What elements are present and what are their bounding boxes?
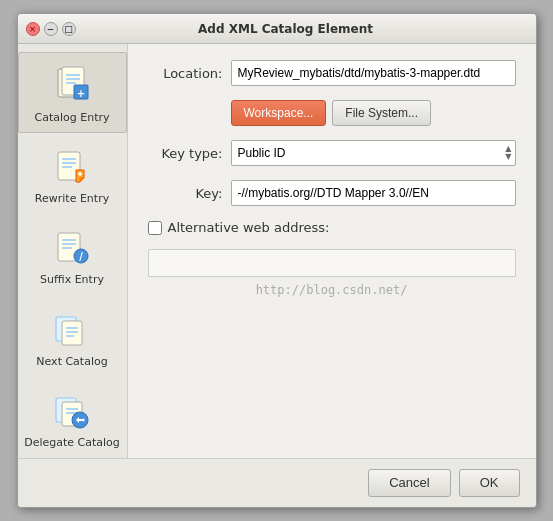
restore-icon: □ <box>64 24 73 34</box>
sidebar-item-next-catalog[interactable]: Next Catalog <box>18 296 127 377</box>
delegate-catalog-icon <box>48 386 96 434</box>
sidebar-label-catalog-entry: Catalog Entry <box>34 111 109 124</box>
next-catalog-icon <box>48 305 96 353</box>
location-input[interactable] <box>231 60 516 86</box>
alt-web-row: Alternative web address: <box>148 220 516 235</box>
suffix-entry-icon: / <box>48 223 96 271</box>
sidebar-item-delegate-catalog[interactable]: Delegate Catalog <box>18 377 127 458</box>
catalog-entry-icon: + <box>48 61 96 109</box>
dialog-title: Add XML Catalog Element <box>84 22 488 36</box>
alt-web-hint: http://blog.csdn.net/ <box>148 283 516 297</box>
filesystem-button[interactable]: File System... <box>332 100 431 126</box>
minimize-icon: − <box>47 24 55 34</box>
key-label: Key: <box>148 186 223 201</box>
restore-button[interactable]: □ <box>62 22 76 36</box>
sidebar-item-catalog-entry[interactable]: + Catalog Entry <box>18 52 127 133</box>
sidebar-label-next-catalog: Next Catalog <box>36 355 107 368</box>
svg-text:/: / <box>79 251 83 262</box>
title-bar: × − □ Add XML Catalog Element <box>18 14 536 44</box>
sidebar-label-suffix-entry: Suffix Entry <box>40 273 104 286</box>
sidebar-label-rewrite-entry: Rewrite Entry <box>35 192 109 205</box>
dialog-body: + Catalog Entry <box>18 44 536 458</box>
svg-rect-20 <box>62 321 82 345</box>
sidebar-item-rewrite-entry[interactable]: Rewrite Entry <box>18 133 127 214</box>
alt-web-label: Alternative web address: <box>168 220 330 235</box>
title-bar-controls: × − □ <box>26 22 76 36</box>
keytype-select[interactable]: Public ID System ID URI <box>231 140 516 166</box>
rewrite-entry-icon <box>48 142 96 190</box>
close-icon: × <box>29 24 37 34</box>
alt-web-checkbox[interactable] <box>148 221 162 235</box>
workspace-row: Workspace... File System... <box>231 100 516 126</box>
sidebar: + Catalog Entry <box>18 44 128 458</box>
keytype-select-wrapper: Public ID System ID URI ▲ ▼ <box>231 140 516 166</box>
keytype-label: Key type: <box>148 146 223 161</box>
key-row: Key: <box>148 180 516 206</box>
minimize-button[interactable]: − <box>44 22 58 36</box>
location-label: Location: <box>148 66 223 81</box>
alt-web-input[interactable] <box>148 249 516 277</box>
workspace-button[interactable]: Workspace... <box>231 100 327 126</box>
cancel-button[interactable]: Cancel <box>368 469 450 497</box>
close-button[interactable]: × <box>26 22 40 36</box>
sidebar-label-delegate-catalog: Delegate Catalog <box>24 436 120 449</box>
sidebar-item-suffix-entry[interactable]: / Suffix Entry <box>18 214 127 295</box>
alt-web-input-wrapper: http://blog.csdn.net/ <box>148 249 516 297</box>
dialog-footer: Cancel OK <box>18 458 536 507</box>
dialog: × − □ Add XML Catalog Element <box>17 13 537 508</box>
keytype-row: Key type: Public ID System ID URI ▲ ▼ <box>148 140 516 166</box>
location-row: Location: <box>148 60 516 86</box>
key-input[interactable] <box>231 180 516 206</box>
svg-text:+: + <box>77 88 85 99</box>
main-content: Location: Workspace... File System... Ke… <box>128 44 536 458</box>
ok-button[interactable]: OK <box>459 469 520 497</box>
